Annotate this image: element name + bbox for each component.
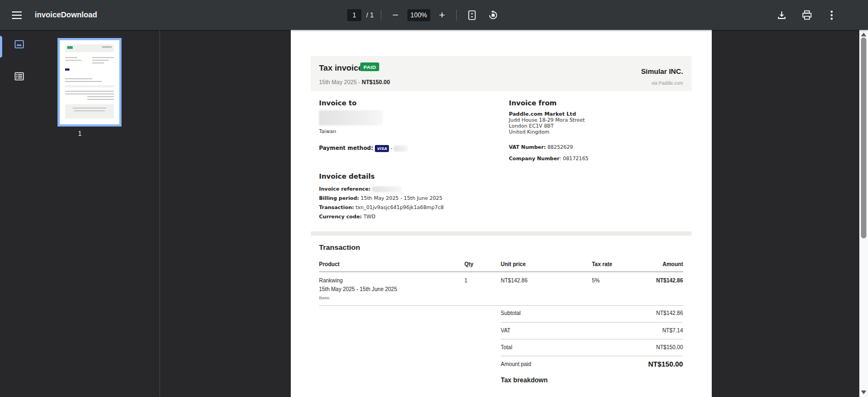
totals-rule: [501, 339, 683, 339]
toolbar-divider: [381, 10, 381, 21]
toolbar-divider: [456, 10, 457, 21]
visa-card-icon: VISA: [375, 145, 389, 152]
row-plan-tier: Basic: [319, 295, 330, 300]
col-header-tax-rate: Tax rate: [592, 261, 612, 267]
invoice-details-heading: Invoice details: [319, 172, 375, 180]
seller-address: Paddle.com Market Ltd Judd House 18-29 M…: [509, 111, 585, 135]
tax-breakdown-heading: Tax breakdown: [501, 376, 547, 384]
document-outline-icon[interactable]: [12, 69, 26, 83]
invoice-title: Tax invoice: [319, 63, 363, 72]
table-row-rule: [319, 305, 683, 306]
page-thumbnail-preview: [60, 40, 119, 124]
scroll-up-icon[interactable]: [861, 33, 866, 36]
page-number-input[interactable]: [347, 9, 361, 21]
print-icon[interactable]: [799, 7, 815, 23]
payment-method-line: Payment method: VISA -: [319, 145, 408, 152]
seller-name: Simular INC.: [641, 67, 683, 75]
vertical-scrollbar[interactable]: [859, 30, 868, 397]
download-icon[interactable]: [774, 7, 790, 23]
row-product: Rankwing: [319, 278, 343, 283]
sidebar-divider: [159, 30, 160, 397]
thumbnails-view-icon[interactable]: [12, 37, 26, 51]
zoom-in-button[interactable]: +: [435, 8, 449, 22]
billing-period-line: Billing period: 15th May 2025 - 15th Jun…: [319, 195, 442, 201]
redacted-customer-name: [319, 110, 383, 125]
paid-status-badge: PAID: [360, 62, 379, 71]
col-header-product: Product: [319, 261, 340, 267]
invoice-to-heading: Invoice to: [319, 99, 356, 107]
pdf-page: Tax invoice PAID 15th May 2025 - NT$150.…: [291, 30, 712, 397]
menu-icon[interactable]: [9, 7, 25, 23]
active-view-indicator: [0, 36, 2, 58]
col-header-qty: Qty: [464, 261, 474, 267]
section-divider-band: [311, 231, 692, 236]
customer-country: Taiwan: [319, 128, 336, 134]
total-row: Total NT$150.00: [501, 344, 683, 350]
zoom-level-input[interactable]: [407, 9, 430, 21]
transaction-heading: Transaction: [319, 243, 360, 251]
col-header-unit-price: Unit price: [501, 261, 526, 267]
row-qty: 1: [464, 278, 468, 283]
redacted-card-digits: [394, 146, 408, 152]
redacted-invoice-reference: [372, 186, 401, 192]
invoice-reference-line: Invoice reference:: [319, 186, 401, 192]
invoice-date-amount: 15th May 2025 - NT$150.00: [319, 79, 390, 85]
toolbar-right-actions: [774, 0, 840, 30]
page-count-label: / 1: [366, 11, 374, 19]
scrollbar-thumb[interactable]: [861, 37, 866, 238]
pdf-toolbar: invoiceDownload / 1 − +: [0, 0, 868, 30]
fit-to-page-icon[interactable]: [464, 7, 480, 23]
page-thumbnail[interactable]: [58, 38, 122, 127]
row-period: 15th May 2025 - 15th June 2025: [319, 286, 397, 292]
totals-rule: [501, 322, 683, 323]
vat-number-line: VAT Number: 88252629: [509, 144, 573, 150]
scroll-down-icon[interactable]: [861, 390, 866, 394]
invoice-from-heading: Invoice from: [509, 99, 557, 107]
col-header-amount: Amount: [662, 261, 683, 267]
pdf-viewer-area: 1 Tax invoice PAID 15th May 2025 - NT$15…: [0, 30, 868, 397]
thumbnail-page-number: 1: [0, 130, 159, 137]
totals-rule: [501, 356, 683, 356]
invoice-header-band: [311, 56, 692, 91]
page-zoom-controls: / 1 − +: [347, 0, 501, 30]
currency-code-line: Currency code: TWD: [319, 213, 375, 219]
rotate-icon[interactable]: [485, 7, 501, 23]
amount-paid-row: Amount paid NT$150.00: [501, 360, 683, 368]
thumbnail-sidebar: 1: [0, 30, 159, 397]
row-tax-rate: 5%: [592, 278, 599, 283]
transaction-id-line: Transaction: txn_01jv9asjc641p96jk1a68mp…: [319, 204, 444, 210]
more-options-icon[interactable]: [824, 7, 840, 23]
vat-row: VAT NT$7.14: [501, 327, 683, 333]
zoom-out-button[interactable]: −: [388, 8, 403, 22]
table-header-rule: [319, 272, 683, 272]
via-paddle-label: via Paddle.com: [652, 80, 683, 86]
row-unit-price: NT$142.86: [501, 278, 527, 283]
document-title: invoiceDownload: [35, 10, 97, 19]
row-amount: NT$142.86: [656, 278, 683, 283]
subtotal-row: Subtotal NT$142.86: [501, 310, 683, 316]
company-number-line: Company Number: 08172165: [509, 155, 589, 161]
